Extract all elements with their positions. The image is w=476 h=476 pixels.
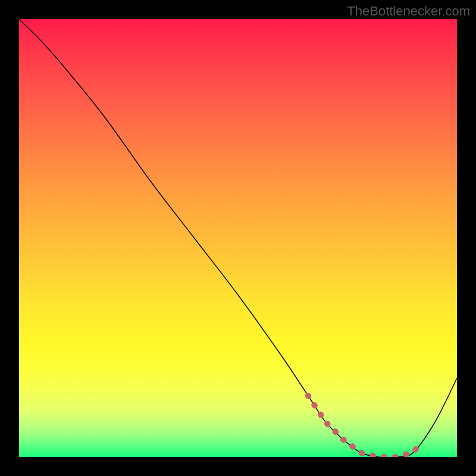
- plot-area: [19, 19, 457, 457]
- watermark-text: TheBottlenecker.com: [347, 4, 470, 19]
- bottleneck-curve: [19, 19, 457, 457]
- optimal-range-highlight: [308, 396, 418, 457]
- chart-svg: [19, 19, 457, 457]
